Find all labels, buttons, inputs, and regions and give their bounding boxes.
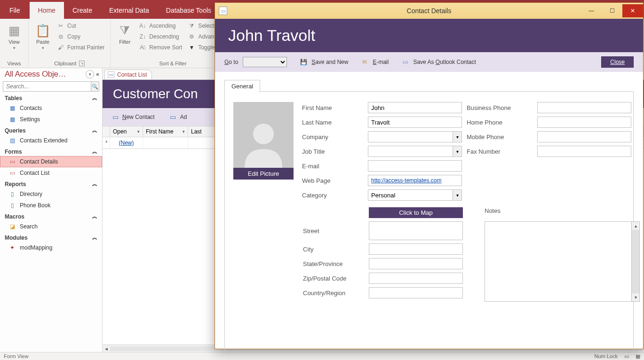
copy-button[interactable]: ⧉Copy <box>55 31 106 42</box>
add-from-outlook-button[interactable]: ▭Ad <box>169 113 187 121</box>
popup-close-button[interactable]: Close <box>601 56 634 68</box>
col-first-name[interactable]: First Name▾ <box>143 126 188 137</box>
home-phone-field[interactable] <box>537 117 631 128</box>
click-to-map-button[interactable]: Click to Map <box>369 207 463 218</box>
tab-database-tools[interactable]: Database Tools <box>158 2 220 19</box>
ascending-button[interactable]: A↓Ascending <box>137 21 184 31</box>
label-notes: Notes <box>485 207 640 218</box>
country-field[interactable] <box>369 287 463 298</box>
nav-item-modmapping[interactable]: ✦modMapping <box>0 242 102 253</box>
navpane-search-input[interactable] <box>3 81 91 92</box>
form-icon: ▭ <box>8 169 16 177</box>
scroll-track[interactable] <box>632 230 639 293</box>
job-title-field[interactable] <box>368 146 453 157</box>
paste-button[interactable]: 📋 Paste ▾ <box>32 21 53 50</box>
row-selector-header[interactable] <box>103 126 110 137</box>
view-button[interactable]: ▦ View ▾ <box>4 21 24 50</box>
web-page-link[interactable]: http://access-templates.com <box>371 177 441 184</box>
new-contact-button[interactable]: ▭New Contact <box>111 113 155 121</box>
nav-group-forms[interactable]: Forms︽ <box>0 146 102 156</box>
chevron-down-icon[interactable]: ▾ <box>453 131 462 142</box>
tab-external-data[interactable]: External Data <box>101 2 158 19</box>
navpane-menu-icon[interactable]: ▾ <box>86 70 94 78</box>
nav-item-contacts[interactable]: ▦Contacts <box>0 102 102 114</box>
web-page-field[interactable]: http://access-templates.com <box>368 175 462 186</box>
street-field[interactable] <box>369 221 463 240</box>
nav-group-macros[interactable]: Macros︽ <box>0 211 102 221</box>
scroll-up-icon[interactable]: ▴ <box>632 222 639 230</box>
nav-item-search-macro[interactable]: ◪Search <box>0 221 102 232</box>
file-tab[interactable]: File <box>0 2 30 19</box>
goto-select[interactable] <box>243 57 287 67</box>
navpane-header[interactable]: All Access Obje… ▾ « <box>0 68 102 80</box>
document-tab-contact-list[interactable]: ▭ Contact List <box>104 70 152 79</box>
minimize-button[interactable]: — <box>581 4 602 17</box>
contact-name-header: John Travolt <box>215 19 643 52</box>
nav-group-modules[interactable]: Modules︽ <box>0 232 102 242</box>
nav-item-directory[interactable]: ▯Directory <box>0 188 102 200</box>
popup-titlebar[interactable]: ▭ Contact Details — ☐ ✕ <box>215 3 643 19</box>
form-area: Edit Picture First Name Business Phone L… <box>225 92 633 207</box>
table-icon: ▦ <box>8 116 16 123</box>
save-and-new-button[interactable]: 💾Save and New <box>299 58 348 66</box>
nav-item-contacts-extended[interactable]: ▤Contacts Extended <box>0 135 102 146</box>
chevron-down-icon[interactable]: ▾ <box>453 189 462 201</box>
tab-create[interactable]: Create <box>64 2 101 19</box>
nav-item-phone-book[interactable]: ▯Phone Book <box>0 200 102 211</box>
scroll-down-icon[interactable]: ▾ <box>632 293 639 301</box>
nav-item-contact-details[interactable]: ▭Contact Details <box>0 156 102 167</box>
fax-field[interactable] <box>537 146 631 157</box>
navpane-collapse-icon[interactable]: « <box>96 71 99 78</box>
nav-item-contact-list[interactable]: ▭Contact List <box>0 167 102 179</box>
maximize-button[interactable]: ☐ <box>602 4 622 17</box>
category-field[interactable] <box>368 189 453 201</box>
clipboard-dialog-launcher[interactable]: ↘ <box>79 61 85 66</box>
nav-group-reports[interactable]: Reports︽ <box>0 179 102 188</box>
view-shortcut-icon[interactable]: ▭ <box>624 353 629 360</box>
nav-group-tables[interactable]: Tables︽ <box>0 93 102 102</box>
format-painter-button[interactable]: 🖌Format Painter <box>55 42 106 53</box>
category-combo[interactable]: ▾ <box>368 189 462 201</box>
chevron-down-icon[interactable]: ▾ <box>453 146 462 157</box>
company-field[interactable] <box>368 131 453 142</box>
report-icon: ▯ <box>8 190 16 198</box>
mobile-phone-field[interactable] <box>537 131 631 142</box>
edit-picture-button[interactable]: Edit Picture <box>233 168 294 180</box>
nav-group-queries[interactable]: Queries︽ <box>0 125 102 135</box>
job-title-combo[interactable]: ▾ <box>368 146 462 157</box>
descending-button[interactable]: Z↓Descending <box>137 31 184 42</box>
chevron-down-icon: ▾ <box>42 46 44 50</box>
tab-home[interactable]: Home <box>30 2 64 19</box>
remove-sort-button[interactable]: A⃠Remove Sort <box>137 42 184 53</box>
filter-button[interactable]: ⧩ Filter <box>114 21 135 45</box>
col-open[interactable]: Open▾ <box>110 126 143 137</box>
copy-icon: ⧉ <box>57 33 64 40</box>
first-name-field[interactable] <box>368 102 462 113</box>
notes-field[interactable] <box>485 221 632 302</box>
contact-photo[interactable] <box>233 102 294 168</box>
search-icon[interactable]: 🔍 <box>91 81 99 92</box>
email-button[interactable]: ✉E-mail <box>360 58 389 66</box>
city-field[interactable] <box>369 243 463 255</box>
tab-general[interactable]: General <box>224 80 260 93</box>
scroll-left-icon[interactable]: ◂ <box>103 345 110 352</box>
email-field[interactable] <box>368 160 462 172</box>
label-zip: Zip/Postal Code <box>303 275 364 282</box>
company-combo[interactable]: ▾ <box>368 131 462 142</box>
state-field[interactable] <box>369 258 463 269</box>
window-close-button[interactable]: ✕ <box>622 4 643 17</box>
cell-first-name[interactable] <box>143 137 188 149</box>
save-as-outlook-button[interactable]: ▭Save As Outlook Contact <box>401 58 476 66</box>
zip-field[interactable] <box>369 273 463 284</box>
cut-button[interactable]: ✂Cut <box>55 21 106 31</box>
advanced-icon: ⚙ <box>188 33 195 40</box>
notes-scrollbar[interactable]: ▴ ▾ <box>632 221 640 302</box>
last-name-field[interactable] <box>368 117 462 128</box>
label-job-title: Job Title <box>302 148 363 155</box>
label-email: E-mail <box>302 163 363 170</box>
popup-title: Contact Details <box>215 7 643 15</box>
nav-item-settings[interactable]: ▦Settings <box>0 114 102 125</box>
business-phone-field[interactable] <box>537 102 631 113</box>
new-row-link[interactable]: (New) <box>119 140 134 146</box>
view-shortcut-icon[interactable]: ▦ <box>636 353 640 360</box>
